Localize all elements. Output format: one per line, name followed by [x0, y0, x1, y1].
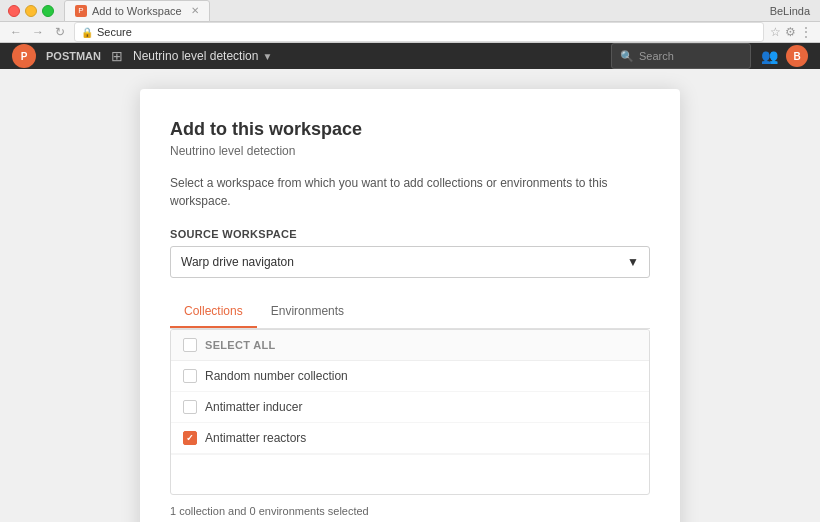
- bookmark-icon[interactable]: ☆: [770, 25, 781, 39]
- address-text: Secure: [97, 26, 132, 38]
- collection-label-0: Random number collection: [205, 369, 348, 383]
- tab-environments-label: Environments: [271, 304, 344, 318]
- toolbar-search[interactable]: 🔍 Search: [611, 43, 751, 69]
- workspace-name-text: Neutrino level detection: [133, 49, 258, 63]
- address-field[interactable]: 🔒 Secure: [74, 22, 764, 42]
- menu-icon[interactable]: ⋮: [800, 25, 812, 39]
- forward-button[interactable]: →: [30, 24, 46, 40]
- collection-row-2: Antimatter reactors: [171, 423, 649, 454]
- select-all-checkbox[interactable]: [183, 338, 197, 352]
- select-all-row: SELECT ALL: [171, 330, 649, 361]
- collection-checkbox-2[interactable]: [183, 431, 197, 445]
- dialog: Add to this workspace Neutrino level det…: [140, 89, 680, 522]
- search-placeholder: Search: [639, 50, 674, 62]
- tabs-row: Collections Environments: [170, 296, 650, 329]
- collections-panel: SELECT ALL Random number collection Anti…: [170, 329, 650, 495]
- back-button[interactable]: ←: [8, 24, 24, 40]
- postman-toolbar: P POSTMAN ⊞ Neutrino level detection ▼ 🔍…: [0, 43, 820, 69]
- workspace-selector[interactable]: Neutrino level detection ▼: [133, 49, 272, 63]
- dropdown-chevron-icon: ▼: [627, 255, 639, 269]
- search-icon: 🔍: [620, 50, 634, 63]
- workspace-chevron-icon: ▼: [262, 51, 272, 62]
- postman-logo: P: [12, 44, 36, 68]
- select-all-label: SELECT ALL: [205, 339, 275, 351]
- tab-environments[interactable]: Environments: [257, 296, 358, 328]
- toolbar-icons: 👥 B: [761, 45, 808, 67]
- dialog-title: Add to this workspace: [170, 119, 650, 140]
- titlebar: P Add to Workspace ✕ BeLinda: [0, 0, 820, 22]
- logo-text: P: [21, 51, 28, 62]
- collection-label-1: Antimatter inducer: [205, 400, 302, 414]
- tab-collections-label: Collections: [184, 304, 243, 318]
- refresh-button[interactable]: ↻: [52, 24, 68, 40]
- avatar[interactable]: B: [786, 45, 808, 67]
- collection-checkbox-0[interactable]: [183, 369, 197, 383]
- collection-label-2: Antimatter reactors: [205, 431, 306, 445]
- tab-collections[interactable]: Collections: [170, 296, 257, 328]
- tab-favicon: P: [75, 5, 87, 17]
- grid-icon[interactable]: ⊞: [111, 48, 123, 64]
- app-name-label: POSTMAN: [46, 50, 101, 62]
- collection-checkbox-1[interactable]: [183, 400, 197, 414]
- minimize-button[interactable]: [25, 5, 37, 17]
- app-window: P Add to Workspace ✕ BeLinda ← → ↻ 🔒 Sec…: [0, 0, 820, 522]
- dialog-subtitle: Neutrino level detection: [170, 144, 650, 158]
- main-content: Add to this workspace Neutrino level det…: [0, 69, 820, 522]
- tab-title: Add to Workspace: [92, 5, 182, 17]
- collection-row-0: Random number collection: [171, 361, 649, 392]
- tab-close-icon[interactable]: ✕: [191, 5, 199, 16]
- dropdown-value: Warp drive navigaton: [181, 255, 294, 269]
- collection-row-1: Antimatter inducer: [171, 392, 649, 423]
- close-button[interactable]: [8, 5, 20, 17]
- source-workspace-label: Source Workspace: [170, 228, 650, 240]
- dialog-description: Select a workspace from which you want t…: [170, 174, 650, 210]
- traffic-lights: [8, 5, 54, 17]
- user-name: BeLinda: [770, 5, 810, 17]
- source-workspace-dropdown[interactable]: Warp drive navigaton ▼: [170, 246, 650, 278]
- maximize-button[interactable]: [42, 5, 54, 17]
- addressbar: ← → ↻ 🔒 Secure ☆ ⚙ ⋮: [0, 22, 820, 43]
- extensions-icon[interactable]: ⚙: [785, 25, 796, 39]
- collections-spacer: [171, 454, 649, 494]
- addressbar-actions: ☆ ⚙ ⋮: [770, 25, 812, 39]
- lock-icon: 🔒: [81, 27, 93, 38]
- people-icon[interactable]: 👥: [761, 48, 778, 64]
- tab-bar: P Add to Workspace ✕: [64, 0, 812, 22]
- status-text: 1 collection and 0 environments selected: [170, 505, 650, 517]
- browser-tab[interactable]: P Add to Workspace ✕: [64, 0, 210, 22]
